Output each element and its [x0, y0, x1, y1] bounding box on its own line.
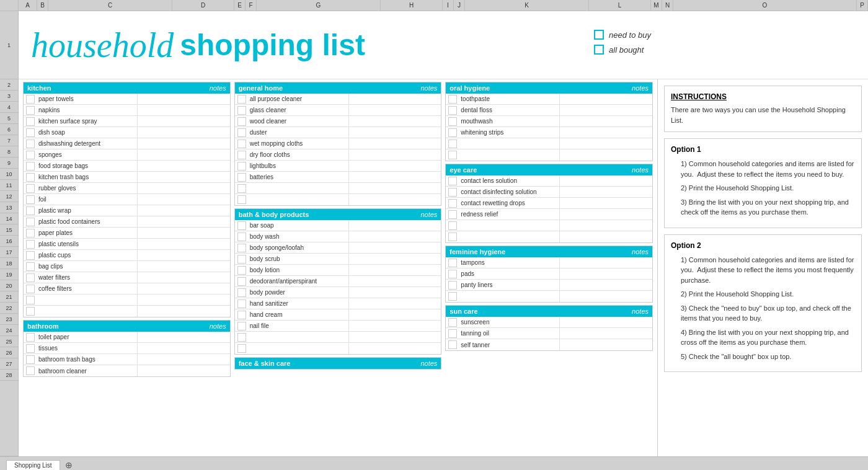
list-item: plastic cups — [24, 250, 230, 261]
item-checkbox[interactable] — [448, 281, 457, 290]
item-checkbox[interactable] — [237, 106, 246, 115]
item-checkbox[interactable] — [237, 173, 246, 182]
option2-step2: 2) Print the Household Shopping List. — [671, 289, 855, 299]
row-13: 13 — [0, 202, 18, 213]
item-checkbox[interactable] — [237, 162, 246, 171]
item-checkbox[interactable] — [237, 128, 246, 137]
item-checkbox[interactable] — [448, 329, 457, 338]
list-item: bar soap — [235, 220, 441, 231]
row-21: 21 — [0, 291, 18, 303]
list-item: toothpaste — [446, 94, 652, 105]
item-checkbox[interactable] — [237, 255, 246, 264]
item-checkbox[interactable] — [448, 106, 457, 115]
item-checkbox[interactable] — [26, 355, 35, 364]
item-checkbox[interactable] — [26, 95, 35, 104]
item-checkbox[interactable] — [448, 340, 457, 349]
item-checkbox[interactable] — [448, 270, 457, 278]
corner-cell — [0, 0, 19, 11]
col-K: K — [465, 0, 589, 11]
item-checkbox[interactable] — [26, 344, 35, 353]
item-checkbox[interactable] — [26, 251, 35, 260]
item-checkbox[interactable] — [26, 173, 35, 182]
item-checkbox[interactable] — [448, 259, 457, 267]
row-2: 2 — [0, 79, 18, 91]
item-checkbox[interactable] — [448, 233, 457, 241]
item-checkbox[interactable] — [26, 262, 35, 271]
legend-all-bought: all bought — [594, 45, 651, 55]
item-checkbox[interactable] — [26, 307, 35, 316]
item-checkbox[interactable] — [237, 184, 246, 193]
item-checkbox[interactable] — [26, 128, 35, 137]
item-checkbox[interactable] — [237, 95, 246, 104]
need-to-buy-checkbox[interactable] — [594, 30, 604, 40]
item-checkbox[interactable] — [26, 229, 35, 237]
list-item: redness relief — [446, 209, 652, 220]
item-checkbox[interactable] — [448, 318, 457, 327]
item-checkbox[interactable] — [237, 140, 246, 148]
all-bought-checkbox[interactable] — [594, 45, 604, 55]
item-checkbox[interactable] — [26, 117, 35, 126]
item-checkbox[interactable] — [26, 218, 35, 226]
item-checkbox[interactable] — [237, 221, 246, 230]
list-item: toilet paper — [24, 332, 230, 343]
item-checkbox[interactable] — [448, 210, 457, 219]
sheet-tab[interactable]: Shopping List — [6, 460, 60, 470]
item-checkbox[interactable] — [237, 322, 246, 330]
item-checkbox[interactable] — [448, 140, 457, 148]
item-checkbox[interactable] — [448, 95, 457, 104]
bathroom-header: bathroom notes — [24, 321, 230, 332]
item-checkbox[interactable] — [237, 233, 246, 241]
bathroom-notes-label: notes — [210, 322, 226, 330]
list-item: tissues — [24, 343, 230, 354]
list-item: dish soap — [24, 127, 230, 138]
item-checkbox[interactable] — [448, 117, 457, 126]
feminine-hygiene-header: feminine hygiene notes — [446, 246, 652, 257]
item-checkbox[interactable] — [448, 177, 457, 185]
item-checkbox[interactable] — [26, 106, 35, 115]
feminine-hygiene-section: feminine hygiene notes tampons pads pant… — [445, 246, 653, 303]
item-checkbox[interactable] — [26, 162, 35, 171]
item-checkbox[interactable] — [26, 296, 35, 304]
general-home-section: general home notes all purpose cleaner g… — [234, 82, 442, 206]
item-checkbox[interactable] — [237, 299, 246, 308]
row-28: 28 — [0, 370, 18, 381]
add-sheet-button[interactable]: ⊕ — [65, 460, 73, 470]
item-checkbox[interactable] — [237, 344, 246, 353]
face-skin-title: face & skin care — [239, 360, 291, 367]
spreadsheet: A B C D E F G H I J K L M N O P 1 2 3 4 … — [0, 0, 868, 470]
feminine-hygiene-notes-label: notes — [632, 248, 649, 255]
item-checkbox[interactable] — [448, 292, 457, 301]
item-checkbox[interactable] — [448, 128, 457, 137]
item-checkbox[interactable] — [26, 184, 35, 193]
item-checkbox[interactable] — [26, 140, 35, 148]
item-checkbox[interactable] — [448, 151, 457, 159]
item-checkbox[interactable] — [237, 277, 246, 286]
item-checkbox[interactable] — [26, 206, 35, 215]
item-checkbox[interactable] — [237, 195, 246, 204]
item-checkbox[interactable] — [26, 273, 35, 282]
list-item: bag clips — [24, 261, 230, 272]
item-checkbox[interactable] — [237, 244, 246, 252]
item-checkbox[interactable] — [448, 199, 457, 208]
item-checkbox[interactable] — [237, 288, 246, 297]
item-checkbox[interactable] — [237, 311, 246, 319]
item-checkbox[interactable] — [237, 117, 246, 126]
item-checkbox[interactable] — [237, 333, 246, 342]
list-item — [235, 194, 441, 205]
col-N: N — [662, 0, 673, 11]
item-checkbox[interactable] — [26, 285, 35, 293]
item-checkbox[interactable] — [26, 366, 35, 375]
item-checkbox[interactable] — [26, 195, 35, 204]
kitchen-section: kitchen notes paper towels napkins kitch… — [23, 82, 231, 317]
item-checkbox[interactable] — [448, 188, 457, 197]
item-checkbox[interactable] — [26, 333, 35, 342]
sun-care-section: sun care notes sunscreen tanning oil sel… — [445, 305, 653, 351]
item-checkbox[interactable] — [26, 151, 35, 159]
item-checkbox[interactable] — [237, 266, 246, 275]
item-checkbox[interactable] — [448, 221, 457, 230]
item-checkbox[interactable] — [26, 240, 35, 249]
item-checkbox[interactable] — [237, 151, 246, 159]
bath-body-section: bath & body products notes bar soap body… — [234, 208, 442, 355]
col-L: L — [589, 0, 651, 11]
instructions-panel: INSTRUCTIONS There are two ways you can … — [657, 79, 868, 456]
